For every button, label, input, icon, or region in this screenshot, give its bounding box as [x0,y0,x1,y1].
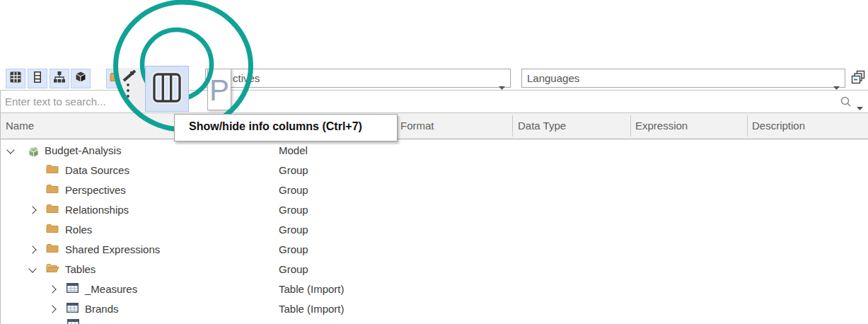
tree-item-label: Data Sources [65,161,129,180]
expand-chevron-icon[interactable] [48,305,56,313]
object-type-value: Group [279,220,308,240]
object-type-value: Group [279,180,308,200]
collapse-chevron-icon[interactable] [6,146,14,154]
toolbar-button-model-view[interactable] [6,69,25,88]
tree-item-label: _Measures [85,279,137,299]
toolbar-button-cube-view[interactable] [71,69,91,88]
tabular-editor-window: ctives Languages Enter text to search... [0,0,868,324]
magnified-perspectives-letter: P [207,69,231,110]
perspectives-combo[interactable]: ctives [205,69,511,88]
tree-row[interactable]: BrandsTable (Import) [1,299,868,319]
tree-item-label: Roles [65,220,92,240]
folder-icon [46,164,59,177]
object-type-value: Group [279,200,308,220]
info-columns-icon [151,71,183,107]
column-separator [747,115,748,137]
tree-row[interactable]: _MeasuresTable (Import) [1,279,868,299]
expand-chevron-icon[interactable] [48,285,56,293]
expand-chevron-icon[interactable] [28,206,36,214]
tree-row[interactable]: Budget-AnalysisModel [1,141,868,161]
folder-icon [46,243,59,256]
model-grid-icon [9,71,22,86]
object-type-value: Model [279,141,308,161]
expand-chevron-icon[interactable] [28,245,36,253]
search-options-caret-icon[interactable] [857,100,863,113]
tooltip: Show/hide info columns (Ctrl+7) [174,114,398,141]
tree-item-label: Budget-Analysis [45,141,121,161]
tree-row[interactable]: Shared ExpressionsGroup [1,240,868,260]
cascade-windows-icon [851,70,865,87]
tree-item-label: Shared Expressions [65,240,160,260]
column-separator [512,115,513,137]
tooltip-text: Show/hide info columns (Ctrl+7) [189,120,362,133]
object-type-value: Group [279,240,308,260]
object-type-value: Group [279,260,308,279]
column-header-data-type[interactable]: Data Type [518,113,566,139]
folder-icon [46,224,59,236]
tree-item-label: Brands [85,299,119,319]
tree-row[interactable]: RelationshipsGroup [1,200,868,220]
tree-row[interactable]: Data SourcesGroup [1,161,868,180]
folder-icon [46,204,59,216]
tree-item-label: Tables [65,260,96,279]
display-folder-icon [110,72,122,85]
magnified-info-columns-button[interactable] [145,66,189,112]
object-type-value: Group [279,161,308,180]
object-type-value: Table (Import) [279,299,345,319]
tree-row[interactable]: TablesGroup [1,260,868,279]
toolbar-button-hierarchy-view[interactable] [50,69,69,88]
perspectives-combo-value: ctives [233,69,260,87]
column-header-name[interactable]: Name [6,113,34,139]
languages-combo[interactable]: Languages [521,69,845,88]
tree-item-label: Perspectives [65,180,126,200]
toolbar-button-display-folders[interactable] [106,69,126,88]
search-input[interactable]: Enter text to search... [5,96,106,108]
model-tree: Budget-AnalysisModelData SourcesGroupPer… [0,139,868,324]
toolbar-button-list-view[interactable] [28,69,47,88]
languages-combo-value: Languages [527,69,579,87]
column-header-description[interactable]: Description [752,113,805,139]
list-view-icon [31,71,44,86]
cascade-windows-button[interactable] [850,70,867,87]
model-icon [27,144,40,161]
tree-row[interactable]: PerspectivesGroup [1,180,868,200]
search-row: Enter text to search... [0,90,868,113]
object-type-value: Table (Import) [279,279,345,299]
tree-item-label: Relationships [65,200,129,220]
collapse-chevron-icon[interactable] [28,265,36,272]
column-header-expression[interactable]: Expression [635,113,688,139]
cube-view-icon [74,71,87,86]
folder-icon [46,184,59,197]
column-separator [630,115,631,137]
search-icon[interactable] [840,96,852,111]
tree-row[interactable]: RolesGroup [1,220,868,240]
column-header-row: Name Format Data Type Expression Descrip… [0,113,868,139]
column-header-format[interactable]: Format [400,113,434,139]
table-icon [66,303,79,316]
hierarchy-view-icon [53,71,66,86]
table-icon [66,283,79,296]
table-icon [67,319,79,324]
folder-open-icon [46,263,59,276]
